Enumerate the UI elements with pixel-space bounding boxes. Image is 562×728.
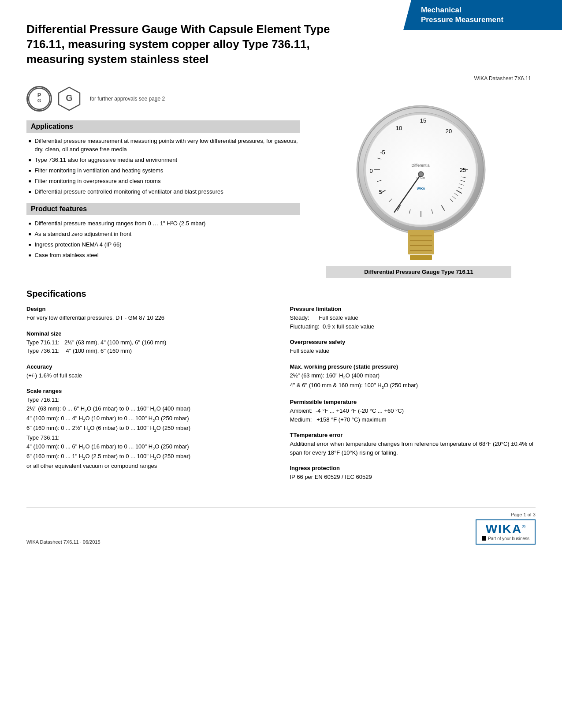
spec-nominal-size-value: Type 716.11: 2½" (63 mm), 4" (100 mm), 6… — [26, 338, 272, 355]
spec-overpressure-safety-label: Overpressure safety — [290, 339, 536, 345]
spec-accuracy-label: Accuracy — [26, 363, 272, 370]
approval-text: for further approvals see page 2 — [90, 96, 165, 102]
wika-tagline: Part of your business — [488, 536, 529, 541]
spec-temperature-error-label: TTemperature error — [290, 432, 536, 438]
g-logo: G — [56, 86, 82, 112]
spec-scale-ranges-value: Type 716.11: 2½" (63 mm): 0 ... 6" H2O (… — [26, 396, 272, 470]
svg-text:0: 0 — [369, 168, 372, 174]
specifications-section: Specifications Design For very low diffe… — [26, 289, 536, 489]
gauge-caption: Differential Pressure Gauge Type 716.11 — [326, 266, 511, 278]
svg-text:Differential: Differential — [412, 163, 431, 168]
datasheet-ref: WIKA Datasheet 7X6.11 — [26, 75, 531, 82]
spec-permissible-temperature: Permissible temperature Ambient: -4 °F .… — [290, 399, 536, 424]
gauge-image: -5 0 5 10 15 20 25 — [326, 99, 511, 262]
gauge-svg: -5 0 5 10 15 20 25 — [331, 101, 507, 260]
spec-nominal-size: Nominal size Type 716.11: 2½" (63 mm), 4… — [26, 330, 272, 355]
wika-square-icon — [482, 536, 486, 541]
spec-pressure-limitation-label: Pressure limitation — [290, 306, 536, 312]
list-item: Differential pressure controlled monitor… — [29, 188, 300, 196]
spec-ingress-protection: Ingress protection IP 66 per EN 60529 / … — [290, 465, 536, 482]
list-item: Filter monitoring in overpressure and cl… — [29, 177, 300, 185]
specs-right: Pressure limitation Steady: Full scale v… — [290, 306, 536, 489]
spec-pressure-limitation: Pressure limitation Steady: Full scale v… — [290, 306, 536, 331]
header-banner: Mechanical Pressure Measurement — [403, 0, 562, 30]
wika-logo-row: WIKA ® — [486, 523, 526, 535]
svg-text:-5: -5 — [380, 149, 385, 156]
footer-page: Page 1 of 3 — [511, 512, 536, 517]
spec-ingress-protection-label: Ingress protection — [290, 465, 536, 471]
page: Mechanical Pressure Measurement Differen… — [0, 0, 562, 728]
left-column: P G G for further approvals see page 2 — [26, 86, 300, 278]
list-item: As a standard zero adjustment in front — [29, 230, 300, 238]
spec-scale-ranges-label: Scale ranges — [26, 388, 272, 394]
svg-text:G: G — [66, 93, 73, 103]
product-features-section: Product features Differential pressure m… — [26, 203, 300, 260]
spec-nominal-size-label: Nominal size — [26, 330, 272, 337]
svg-text:10: 10 — [396, 125, 402, 131]
list-item: Ingress protection NEMA 4 (IP 66) — [29, 241, 300, 249]
specifications-title: Specifications — [26, 289, 536, 299]
applications-list: Differential pressure measurement at mea… — [26, 137, 300, 196]
wika-registered: ® — [522, 524, 525, 529]
spec-pressure-limitation-value: Steady: Full scale value Fluctuating: 0.… — [290, 314, 536, 331]
svg-rect-42 — [410, 255, 432, 260]
list-item: Differential pressure measuring ranges f… — [29, 220, 300, 228]
wika-logo-box: WIKA ® Part of your business — [476, 519, 536, 545]
approvals-row: P G G for further approvals see page 2 — [26, 86, 300, 112]
spec-accuracy-value: (+/-) 1.6% of full scale — [26, 371, 272, 380]
product-features-list: Differential pressure measuring ranges f… — [26, 220, 300, 260]
spec-ingress-protection-value: IP 66 per EN 60529 / IEC 60529 — [290, 473, 536, 482]
footer-left: WIKA Datasheet 7X6.11 · 06/2015 — [26, 539, 100, 545]
list-item: Case from stainless steel — [29, 251, 300, 259]
main-title: Differential Pressure Gauge With Capsule… — [26, 22, 344, 67]
svg-text:5: 5 — [379, 189, 382, 195]
spec-max-working-pressure: Max. working pressure (static pressure) … — [290, 363, 536, 391]
list-item: Type 736.11 also for aggressive media an… — [29, 156, 300, 164]
pg-logo: P G — [26, 86, 52, 112]
list-item: Filter monitoring in ventilation and hea… — [29, 167, 300, 175]
spec-max-working-pressure-value: 2½" (63 mm): 160" H2O (400 mbar) 4" & 6"… — [290, 371, 536, 391]
svg-text:15: 15 — [420, 117, 426, 124]
wika-tagline-row: Part of your business — [482, 536, 529, 541]
spec-permissible-temperature-value: Ambient: -4 °F ... +140 °F (-20 °C ... +… — [290, 407, 536, 424]
svg-text:G: G — [37, 98, 41, 103]
spec-overpressure-safety: Overpressure safety Full scale value — [290, 339, 536, 355]
spec-overpressure-safety-value: Full scale value — [290, 347, 536, 355]
banner-line2: Pressure Measurement — [421, 15, 503, 24]
wika-logo-text: WIKA — [486, 523, 522, 535]
spec-temperature-error-value: Additional error when temperature change… — [290, 440, 536, 457]
spec-permissible-temperature-label: Permissible temperature — [290, 399, 536, 405]
spec-max-working-pressure-label: Max. working pressure (static pressure) — [290, 363, 536, 370]
spec-design-value: For very low differential pressures, DT … — [26, 314, 272, 322]
banner-line1: Mechanical — [421, 6, 462, 14]
svg-text:P: P — [37, 92, 41, 98]
svg-text:WIKA: WIKA — [417, 187, 425, 190]
spec-temperature-error: TTemperature error Additional error when… — [290, 432, 536, 457]
svg-point-39 — [419, 172, 423, 176]
spec-design: Design For very low differential pressur… — [26, 306, 272, 322]
spec-accuracy: Accuracy (+/-) 1.6% of full scale — [26, 363, 272, 380]
footer: WIKA Datasheet 7X6.11 · 06/2015 Page 1 o… — [26, 507, 536, 545]
spec-design-label: Design — [26, 306, 272, 312]
specs-two-col: Design For very low differential pressur… — [26, 306, 536, 489]
footer-right: Page 1 of 3 WIKA ® Part of your business — [476, 512, 536, 545]
specs-left: Design For very low differential pressur… — [26, 306, 272, 489]
right-column: -5 0 5 10 15 20 25 — [313, 86, 525, 278]
svg-text:20: 20 — [446, 128, 452, 134]
applications-header: Applications — [26, 120, 300, 133]
list-item: Differential pressure measurement at mea… — [29, 137, 300, 153]
product-features-header: Product features — [26, 203, 300, 215]
applications-section: Applications Differential pressure measu… — [26, 120, 300, 196]
spec-scale-ranges: Scale ranges Type 716.11: 2½" (63 mm): 0… — [26, 388, 272, 470]
